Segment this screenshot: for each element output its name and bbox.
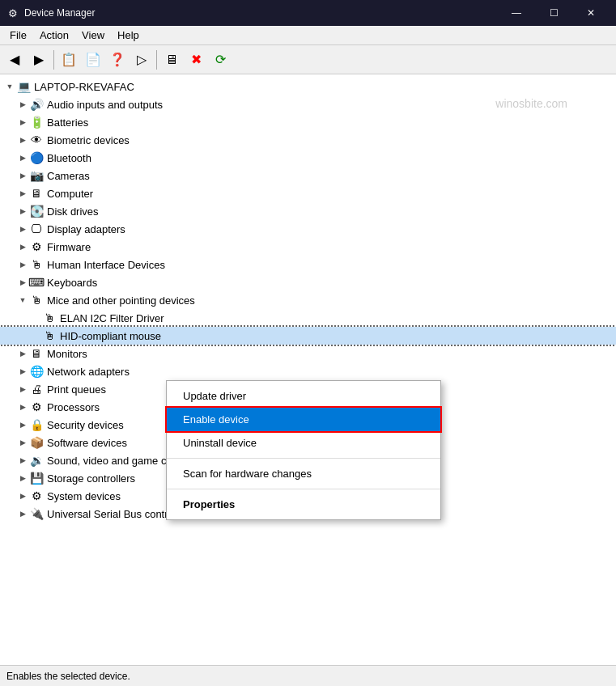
minimize-button[interactable]: — <box>498 0 535 26</box>
list-item[interactable]: ▶ 🔋 Batteries <box>0 113 616 131</box>
security-label: Security devices <box>47 419 124 431</box>
monitors-arrow: ▶ <box>16 347 29 360</box>
mice-label: Mice and other pointing devices <box>47 294 195 307</box>
list-item[interactable]: ▶ 📷 Cameras <box>0 167 616 184</box>
cameras-icon: 📷 <box>29 168 44 183</box>
elan-label: ELAN I2C Filter Driver <box>60 312 164 324</box>
software-label: Software devices <box>47 437 127 449</box>
menu-action[interactable]: Action <box>33 28 75 43</box>
menu-file[interactable]: File <box>3 28 33 43</box>
main-content: winosbite.com ▼ 💻 LAPTOP-RKEVAFAC ▶ 🔊 Au… <box>0 74 616 665</box>
update-driver-button[interactable]: 📄 <box>82 49 104 71</box>
software-icon: 📦 <box>29 435 44 450</box>
list-item[interactable]: ▶ ⚙ Firmware <box>0 238 616 256</box>
hid-icon: 🖱 <box>29 257 44 272</box>
title-bar: ⚙ Device Manager — ☐ ✕ <box>0 0 616 26</box>
ctx-uninstall-device[interactable]: Uninstall device <box>167 431 440 455</box>
audio-label: Audio inputs and outputs <box>47 99 163 111</box>
ctx-update-driver[interactable]: Update driver <box>167 384 440 408</box>
mice-icon: 🖱 <box>29 293 44 307</box>
keyboards-label: Keyboards <box>47 277 97 289</box>
elan-icon: 🖱 <box>42 311 57 325</box>
hid-label: Human Interface Devices <box>47 259 165 271</box>
print-arrow: ▶ <box>16 383 29 396</box>
status-bar: Enables the selected device. <box>0 665 616 686</box>
menu-help[interactable]: Help <box>111 28 146 43</box>
system-label: System devices <box>47 490 121 502</box>
list-item[interactable]: ▶ 🖥 Monitors <box>0 345 616 362</box>
processors-arrow: ▶ <box>16 400 29 413</box>
list-item[interactable]: ▶ 🖵 Display adapters <box>0 220 616 238</box>
network-label: Network adapters <box>47 366 130 378</box>
mice-arrow: ▼ <box>16 294 29 307</box>
batteries-icon: 🔋 <box>29 115 44 129</box>
list-item[interactable]: ▶ 🌐 Network adapters <box>0 362 616 380</box>
refresh-button[interactable]: ⟳ <box>209 49 232 71</box>
delete-button[interactable]: ✖ <box>185 49 207 71</box>
ctx-sep-1 <box>167 458 440 459</box>
biometric-icon: 👁 <box>29 133 44 147</box>
list-item[interactable]: ▶ 🖱 ELAN I2C Filter Driver <box>0 309 616 327</box>
display-label: Display adapters <box>47 223 125 235</box>
keyboards-icon: ⌨ <box>29 275 44 290</box>
toolbar-sep-2 <box>156 50 157 70</box>
list-item[interactable]: ▼ 🖱 Mice and other pointing devices <box>0 291 616 309</box>
root-label: LAPTOP-RKEVAFAC <box>34 81 134 93</box>
disk-icon: 💽 <box>29 204 44 218</box>
monitors-icon: 🖥 <box>29 346 44 361</box>
list-item[interactable]: ▶ 🔊 Audio inputs and outputs <box>0 95 616 113</box>
security-icon: 🔒 <box>29 417 44 432</box>
network-arrow: ▶ <box>16 365 29 378</box>
hid-mouse-label: HID-compliant mouse <box>60 330 161 342</box>
security-arrow: ▶ <box>16 418 29 431</box>
root-icon: 💻 <box>16 79 31 94</box>
processors-icon: ⚙ <box>29 400 44 414</box>
run-button[interactable]: ▷ <box>130 49 153 71</box>
audio-arrow: ▶ <box>16 98 29 111</box>
context-menu: Update driver Enable device Uninstall de… <box>166 380 441 520</box>
maximize-button[interactable]: ☐ <box>535 0 572 26</box>
toolbar-sep-1 <box>53 50 54 70</box>
toolbar: ◀ ▶ 📋 📄 ❓ ▷ 🖥 ✖ ⟳ <box>0 45 616 74</box>
ctx-properties[interactable]: Properties <box>167 493 440 516</box>
display-arrow: ▶ <box>16 222 29 235</box>
root-expand-arrow: ▼ <box>3 80 16 93</box>
firmware-icon: ⚙ <box>29 239 44 254</box>
forward-button[interactable]: ▶ <box>28 49 50 71</box>
list-item[interactable]: ▶ ⌨ Keyboards <box>0 273 616 291</box>
menu-bar: File Action View Help <box>0 26 616 45</box>
help-button[interactable]: ❓ <box>106 49 129 71</box>
properties-button[interactable]: 📋 <box>57 49 80 71</box>
monitor-button[interactable]: 🖥 <box>160 49 183 71</box>
menu-view[interactable]: View <box>75 28 111 43</box>
storage-label: Storage controllers <box>47 472 135 485</box>
biometric-label: Biometric devices <box>47 134 130 146</box>
bluetooth-icon: 🔵 <box>29 150 44 165</box>
bluetooth-arrow: ▶ <box>16 151 29 164</box>
list-item[interactable]: ▶ 💽 Disk drives <box>0 202 616 220</box>
print-icon: 🖨 <box>29 382 44 396</box>
ctx-scan-hardware[interactable]: Scan for hardware changes <box>167 462 440 485</box>
sound-arrow: ▶ <box>16 454 29 467</box>
computer-label: Computer <box>47 188 93 200</box>
ctx-enable-device[interactable]: Enable device <box>167 408 440 431</box>
close-button[interactable]: ✕ <box>572 0 610 26</box>
network-icon: 🌐 <box>29 364 44 379</box>
list-item[interactable]: ▶ 🔵 Bluetooth <box>0 149 616 167</box>
system-arrow: ▶ <box>16 489 29 502</box>
storage-icon: 💾 <box>29 471 44 485</box>
tree-root[interactable]: ▼ 💻 LAPTOP-RKEVAFAC <box>0 78 616 95</box>
disk-arrow: ▶ <box>16 205 29 218</box>
back-button[interactable]: ◀ <box>3 49 26 71</box>
hid-arrow: ▶ <box>16 258 29 271</box>
window-controls: — ☐ ✕ <box>498 0 610 26</box>
list-item[interactable]: ▶ 👁 Biometric devices <box>0 131 616 149</box>
device-tree[interactable]: winosbite.com ▼ 💻 LAPTOP-RKEVAFAC ▶ 🔊 Au… <box>0 74 616 665</box>
hid-mouse-item[interactable]: ▶ 🖱 HID-compliant mouse <box>0 327 616 345</box>
bluetooth-label: Bluetooth <box>47 152 91 164</box>
computer-icon: 🖥 <box>29 186 44 201</box>
list-item[interactable]: ▶ 🖱 Human Interface Devices <box>0 256 616 273</box>
cameras-arrow: ▶ <box>16 169 29 182</box>
sound-icon: 🔉 <box>29 453 44 468</box>
list-item[interactable]: ▶ 🖥 Computer <box>0 184 616 202</box>
